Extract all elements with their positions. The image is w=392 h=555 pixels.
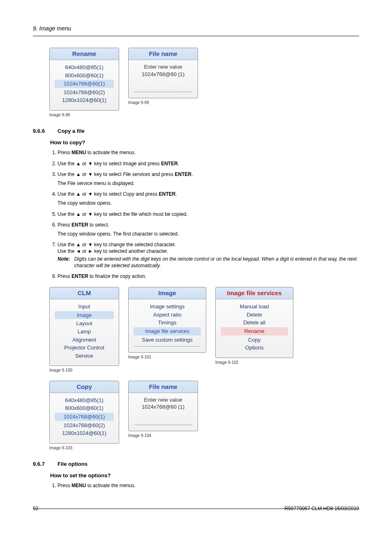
note-body: Digits can be entered with the digit key… — [74, 256, 359, 269]
figure-file-services: Image file services Manual load Delete D… — [215, 287, 293, 365]
figure-caption: Image 9-99 — [128, 100, 198, 106]
step-text: Use the ▲ or ▼ key to change the selecte… — [58, 242, 176, 247]
osd-line: Enter new value — [131, 63, 195, 71]
figure-rename: Rename 640x480@85(1) 800x600@60(1) 1024x… — [49, 48, 119, 118]
step-text: Press — [58, 150, 71, 155]
note-label: Note: — [58, 256, 70, 269]
enter-key: ENTER — [175, 171, 191, 177]
step-text: . — [175, 191, 177, 197]
list-item: Service — [52, 352, 116, 360]
list-item: Save custom settings — [131, 336, 203, 344]
step-item: Press MENU to activate the menus. — [58, 482, 359, 489]
subheading-how-to-copy: How to copy? — [50, 139, 359, 146]
step-result: The copy window opens. The first charact… — [58, 231, 359, 237]
figure-clm: CLM Input Image Layout Lamp Alignment Pr… — [49, 287, 119, 373]
osd-filename-panel: File name Enter new value 1024x768@60 (1… — [128, 48, 198, 98]
figure-caption: Image 9-104 — [128, 433, 198, 439]
list-item-selected: 1024x768@60(1) — [55, 413, 114, 421]
section-title: Copy a file — [58, 127, 85, 135]
list-item: 800x600@60(1) — [52, 72, 116, 80]
list-item: Delete all — [218, 319, 291, 327]
list-item-selected: Image — [55, 311, 114, 319]
menu-key: MENU — [71, 150, 86, 155]
osd-title: Copy — [50, 381, 119, 393]
figure-caption: Image 9-103 — [49, 445, 119, 451]
list-item: Delete — [218, 311, 291, 319]
section-number: 9.6.7 — [33, 460, 50, 468]
osd-services-panel: Image file services Manual load Delete D… — [215, 287, 293, 358]
step-text: Press — [58, 222, 71, 228]
steps-options: Press MENU to activate the menus. — [50, 482, 359, 489]
list-item: Lamp — [52, 328, 116, 336]
list-item: 1280x1024@60(1) — [52, 429, 116, 437]
figure-caption: Image 9-98 — [49, 112, 119, 118]
list-item-selected: Rename — [221, 327, 288, 335]
step-text: to finalize the copy action. — [88, 273, 146, 279]
menu-path: File services — [123, 171, 150, 177]
step-text: . — [178, 161, 179, 166]
step-text: to select. — [88, 222, 109, 228]
list-item: Timings — [131, 319, 203, 327]
step-text: Press — [58, 483, 71, 488]
figure-row-copy: Copy 640x480@85(1) 800x600@60(1) 1024x76… — [49, 381, 359, 451]
osd-title: Image — [129, 287, 206, 299]
step-text: Use the ▲ or ▼ key to select — [58, 161, 123, 166]
step-item: Use the ▲ or ▼ key to select the file wh… — [58, 211, 359, 217]
menu-path: Image — [123, 161, 136, 166]
section-heading-967: 9.6.7 File options — [33, 460, 359, 468]
list-item: Alignment — [52, 336, 116, 344]
step-item: Use the ▲ or ▼ key to select File servic… — [58, 171, 359, 187]
list-item: 640x480@85(1) — [52, 396, 116, 405]
list-item: Copy — [218, 336, 291, 344]
list-item: 1024x768@60(2) — [52, 421, 116, 430]
step-text: . — [191, 171, 193, 177]
osd-image-panel: Image Image settings Aspect ratio Timing… — [128, 287, 206, 353]
osd-clm-panel: CLM Input Image Layout Lamp Alignment Pr… — [49, 287, 119, 366]
osd-line: 1024x768@60 (1) — [131, 403, 195, 411]
step-item: Press ENTER to select. The copy window o… — [58, 222, 359, 237]
list-item: Manual load — [218, 303, 291, 311]
enter-key: ENTER — [161, 161, 178, 166]
osd-copy-panel: Copy 640x480@85(1) 800x600@60(1) 1024x76… — [49, 381, 119, 444]
page-footer: 92 R59770057 CLM HD8 15/03/2010 — [33, 505, 359, 512]
chapter-header: 9. Image menu — [33, 25, 359, 36]
figure-filename-1: File name Enter new value 1024x768@60 (1… — [128, 48, 198, 106]
list-item: 1280x1024@60(1) — [52, 96, 116, 104]
list-item-selected: Image file services — [134, 327, 201, 335]
step-text: to activate the menus. — [86, 483, 136, 488]
osd-body: Enter new value 1024x768@60 (1) — [129, 60, 198, 98]
step-result: The File service menu is displayed. — [58, 180, 359, 187]
osd-body: Input Image Layout Lamp Alignment Projec… — [50, 299, 119, 365]
osd-title: Rename — [50, 48, 119, 60]
figure-caption: Image 9-101 — [128, 354, 206, 360]
page-number: 92 — [33, 505, 38, 512]
list-item: Input — [52, 303, 116, 311]
enter-key: ENTER — [71, 222, 88, 228]
list-item: 800x600@60(1) — [52, 404, 116, 412]
step-text: Use the ◄ or ► key to selected another c… — [58, 248, 168, 254]
step-text: Use the ▲ or ▼ key to select — [58, 191, 123, 197]
osd-divider — [134, 346, 200, 347]
osd-body: Manual load Delete Delete all Rename Cop… — [216, 299, 293, 357]
figure-row-clm: CLM Input Image Layout Lamp Alignment Pr… — [49, 287, 359, 373]
osd-divider — [134, 92, 192, 92]
figure-filename-2: File name Enter new value 1024x768@60 (1… — [128, 381, 198, 439]
doc-id: R59770057 CLM HD8 15/03/2010 — [285, 505, 359, 512]
osd-filename-panel: File name Enter new value 1024x768@60 (1… — [128, 381, 198, 431]
menu-path: Copy — [123, 191, 134, 197]
step-item: Press MENU to activate the menus. — [58, 149, 359, 156]
osd-body: 640x480@85(1) 800x600@60(1) 1024x768@60(… — [50, 60, 119, 110]
step-item: Use the ▲ or ▼ key to change the selecte… — [58, 241, 359, 269]
step-item: Use the ▲ or ▼ key to select Image and p… — [58, 160, 359, 167]
step-text: Use the ▲ or ▼ key to select — [58, 171, 123, 177]
list-item: Layout — [52, 319, 116, 328]
step-item: Use the ▲ or ▼ key to select Copy and pr… — [58, 191, 359, 206]
figure-copy: Copy 640x480@85(1) 800x600@60(1) 1024x76… — [49, 381, 119, 451]
step-text: and press — [134, 191, 159, 197]
subheading-how-to-options: How to set the options? — [50, 472, 359, 479]
menu-key: MENU — [71, 483, 86, 488]
osd-title: File name — [129, 48, 198, 60]
osd-title: Image file services — [216, 287, 293, 299]
step-text: to activate the menus. — [86, 150, 136, 155]
section-heading-966: 9.6.6 Copy a file — [33, 127, 359, 135]
